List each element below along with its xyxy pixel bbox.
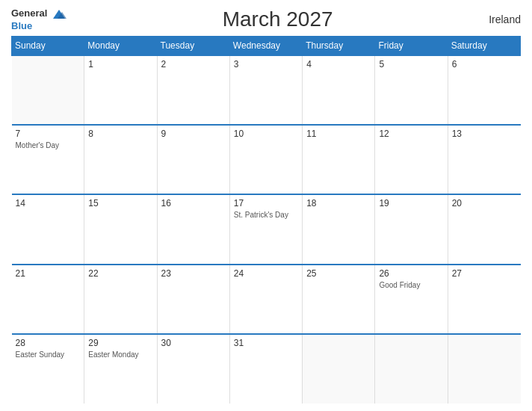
calendar-cell: 8 — [84, 125, 157, 194]
calendar-cell: 12 — [375, 125, 448, 194]
day-number: 8 — [88, 129, 152, 139]
week-row-1: 123456 — [12, 55, 521, 125]
day-number: 19 — [379, 198, 443, 208]
week-row-5: 28Easter Sunday29Easter Monday3031 — [12, 334, 521, 404]
event-label: Good Friday — [379, 280, 443, 290]
calendar-cell: 9 — [157, 125, 229, 194]
calendar-cell: 18 — [303, 194, 375, 264]
weekday-header-sunday: Sunday — [12, 37, 84, 56]
day-number: 20 — [452, 198, 517, 208]
calendar-cell: 6 — [448, 55, 520, 125]
calendar-cell — [12, 55, 84, 125]
weekday-header-saturday: Saturday — [448, 37, 520, 56]
day-number: 12 — [379, 129, 443, 139]
day-number: 4 — [306, 59, 371, 69]
weekday-header-friday: Friday — [375, 37, 448, 56]
calendar-cell: 1 — [84, 55, 157, 125]
day-number: 15 — [88, 198, 152, 208]
calendar-cell: 29Easter Monday — [84, 334, 157, 404]
calendar-cell — [448, 334, 520, 404]
week-row-2: 7Mother's Day8910111213 — [12, 125, 521, 194]
weekday-header-wednesday: Wednesday — [229, 37, 302, 56]
calendar-cell: 24 — [229, 265, 302, 334]
calendar-cell: 19 — [375, 194, 448, 264]
logo: General Blue — [11, 7, 66, 31]
day-number: 23 — [161, 268, 226, 279]
day-number: 21 — [16, 268, 81, 279]
calendar-cell: 4 — [303, 55, 375, 125]
calendar-table: SundayMondayTuesdayWednesdayThursdayFrid… — [11, 36, 521, 404]
event-label: St. Patrick's Day — [234, 210, 298, 220]
calendar-cell: 22 — [84, 265, 157, 334]
calendar-cell: 25 — [303, 265, 375, 334]
day-number: 3 — [234, 59, 298, 69]
day-number: 22 — [88, 268, 152, 279]
calendar-cell: 27 — [448, 265, 520, 334]
day-number: 7 — [16, 129, 81, 139]
day-number: 11 — [306, 129, 371, 139]
calendar-cell: 5 — [375, 55, 448, 125]
calendar-cell: 26Good Friday — [375, 265, 448, 334]
day-number: 14 — [16, 198, 81, 208]
day-number: 28 — [16, 338, 81, 348]
day-number: 24 — [234, 268, 298, 279]
calendar-cell: 23 — [157, 265, 229, 334]
event-label: Easter Monday — [88, 350, 152, 359]
calendar-cell: 30 — [157, 334, 229, 404]
country-label: Ireland — [489, 13, 521, 25]
calendar-cell: 11 — [303, 125, 375, 194]
logo-general-text: General — [11, 7, 47, 19]
logo-blue-text: Blue — [11, 20, 32, 31]
calendar-cell: 2 — [157, 55, 229, 125]
week-row-3: 14151617St. Patrick's Day181920 — [12, 194, 521, 264]
day-number: 18 — [306, 198, 371, 208]
day-number: 10 — [234, 129, 298, 139]
weekday-header-tuesday: Tuesday — [157, 37, 229, 56]
day-number: 13 — [452, 129, 517, 139]
calendar-cell: 17St. Patrick's Day — [229, 194, 302, 264]
logo-mountain-icon — [52, 8, 66, 20]
event-label: Easter Sunday — [16, 350, 81, 359]
day-number: 16 — [161, 198, 226, 208]
day-number: 1 — [88, 59, 152, 69]
calendar-cell: 13 — [448, 125, 520, 194]
calendar-title: March 2027 — [223, 7, 333, 31]
day-number: 31 — [234, 338, 298, 348]
day-number: 29 — [88, 338, 152, 348]
day-number: 2 — [161, 59, 226, 69]
weekday-header-row: SundayMondayTuesdayWednesdayThursdayFrid… — [12, 37, 521, 56]
weekday-header-thursday: Thursday — [303, 37, 375, 56]
day-number: 17 — [234, 198, 298, 208]
calendar-cell: 7Mother's Day — [12, 125, 84, 194]
day-number: 27 — [452, 268, 517, 279]
day-number: 25 — [306, 268, 371, 279]
calendar-cell: 20 — [448, 194, 520, 264]
week-row-4: 212223242526Good Friday27 — [12, 265, 521, 334]
day-number: 9 — [161, 129, 226, 139]
weekday-header-monday: Monday — [84, 37, 157, 56]
calendar-cell: 3 — [229, 55, 302, 125]
calendar-cell: 28Easter Sunday — [12, 334, 84, 404]
day-number: 26 — [379, 268, 443, 279]
event-label: Mother's Day — [16, 140, 81, 150]
calendar-cell — [375, 334, 448, 404]
calendar-cell: 16 — [157, 194, 229, 264]
calendar-cell — [303, 334, 375, 404]
calendar-cell: 31 — [229, 334, 302, 404]
calendar-cell: 21 — [12, 265, 84, 334]
day-number: 6 — [452, 59, 517, 69]
calendar-cell: 14 — [12, 194, 84, 264]
calendar-header: General Blue March 2027 Ireland — [11, 7, 521, 31]
calendar-cell: 15 — [84, 194, 157, 264]
calendar-cell: 10 — [229, 125, 302, 194]
day-number: 5 — [379, 59, 443, 69]
day-number: 30 — [161, 338, 226, 348]
